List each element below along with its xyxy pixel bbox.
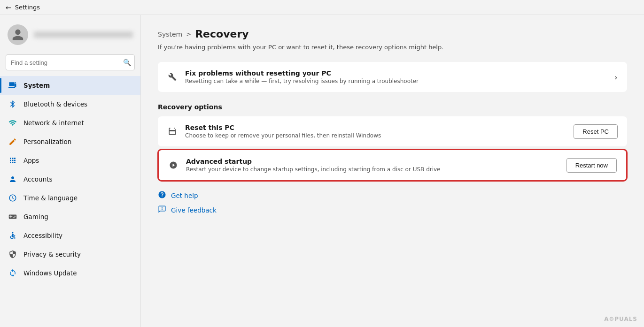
bluetooth-icon — [8, 99, 18, 109]
give-feedback-icon — [158, 205, 166, 215]
advanced-startup-icon — [168, 160, 178, 170]
search-input[interactable] — [6, 54, 135, 70]
user-section — [0, 20, 140, 53]
reset-pc-desc: Choose to keep or remove your personal f… — [185, 132, 566, 139]
sidebar-item-windowsupdate[interactable]: Windows Update — [0, 264, 140, 282]
windowsupdate-icon — [8, 268, 18, 278]
fix-problems-card[interactable]: Fix problems without resetting your PC R… — [158, 62, 627, 92]
get-help-icon — [158, 190, 166, 200]
sidebar-item-accessibility-label: Accessibility — [23, 232, 62, 239]
personalization-icon — [8, 137, 18, 147]
back-button[interactable]: ← — [6, 4, 11, 11]
reset-pc-card: Reset this PC Choose to keep or remove y… — [158, 116, 627, 146]
titlebar-title: Settings — [15, 4, 40, 11]
sidebar-item-personalization-label: Personalization — [23, 138, 71, 145]
sidebar-item-personalization[interactable]: Personalization — [0, 132, 140, 151]
search-icon: 🔍 — [123, 59, 131, 66]
system-icon — [8, 80, 18, 91]
sidebar-item-time-label: Time & language — [23, 194, 78, 202]
apps-icon — [8, 155, 18, 166]
sidebar-item-accessibility[interactable]: Accessibility — [0, 226, 140, 245]
breadcrumb-recovery: Recovery — [195, 28, 248, 40]
get-help-label: Get help — [171, 192, 198, 199]
sidebar-item-network[interactable]: Network & internet — [0, 114, 140, 132]
reset-pc-button[interactable]: Reset PC — [574, 124, 618, 139]
restart-now-button[interactable]: Restart now — [566, 158, 617, 173]
fix-card-title: Fix problems without resetting your PC — [185, 69, 607, 77]
sidebar-item-gaming-label: Gaming — [23, 213, 48, 221]
sidebar-item-privacy[interactable]: Privacy & security — [0, 245, 140, 264]
sidebar-item-time[interactable]: Time & language — [0, 189, 140, 207]
sidebar-item-bluetooth-label: Bluetooth & devices — [23, 100, 87, 108]
time-icon — [8, 193, 18, 203]
sidebar-item-bluetooth[interactable]: Bluetooth & devices — [0, 95, 140, 114]
privacy-icon — [8, 249, 18, 259]
sidebar-item-accounts-label: Accounts — [23, 175, 53, 183]
advanced-startup-desc: Restart your device to change startup se… — [186, 166, 559, 173]
fix-card-arrow-icon: › — [614, 72, 618, 82]
titlebar: ← Settings — [0, 0, 644, 15]
reset-pc-content: Reset this PC Choose to keep or remove y… — [185, 124, 566, 139]
sidebar-item-gaming[interactable]: Gaming — [0, 207, 140, 226]
breadcrumb-separator: > — [186, 30, 191, 38]
sidebar-item-apps[interactable]: Apps — [0, 151, 140, 170]
reset-pc-title: Reset this PC — [185, 124, 566, 131]
help-section: Get help Give feedback — [158, 190, 627, 215]
accounts-icon — [8, 174, 18, 184]
network-icon — [8, 118, 18, 128]
user-name — [34, 31, 133, 38]
fix-card-desc: Resetting can take a while — first, try … — [185, 78, 607, 84]
advanced-startup-card: Advanced startup Restart your device to … — [158, 149, 627, 181]
get-help-link[interactable]: Get help — [158, 190, 627, 200]
sidebar: 🔍 System Bluetooth & devices Network & i… — [0, 15, 141, 327]
give-feedback-link[interactable]: Give feedback — [158, 205, 627, 215]
search-box: 🔍 — [6, 54, 135, 70]
fix-problems-icon — [167, 72, 178, 82]
main-content: System > Recovery If you're having probl… — [141, 15, 644, 327]
sidebar-item-system[interactable]: System — [0, 76, 140, 95]
advanced-startup-content: Advanced startup Restart your device to … — [186, 158, 559, 173]
fix-card-content: Fix problems without resetting your PC R… — [185, 69, 607, 84]
page-description: If you're having problems with your PC o… — [158, 44, 627, 51]
avatar — [8, 24, 28, 45]
give-feedback-label: Give feedback — [171, 206, 217, 214]
breadcrumb-system: System — [158, 30, 182, 38]
recovery-options-title: Recovery options — [158, 103, 627, 111]
app-body: 🔍 System Bluetooth & devices Network & i… — [0, 15, 644, 327]
sidebar-item-accounts[interactable]: Accounts — [0, 170, 140, 189]
svg-point-2 — [12, 232, 14, 234]
sidebar-item-privacy-label: Privacy & security — [23, 251, 81, 258]
svg-rect-1 — [15, 82, 16, 83]
reset-pc-icon — [167, 126, 178, 137]
breadcrumb: System > Recovery — [158, 28, 627, 40]
advanced-startup-title: Advanced startup — [186, 158, 559, 165]
svg-rect-0 — [9, 82, 15, 86]
sidebar-item-windowsupdate-label: Windows Update — [23, 269, 77, 277]
sidebar-item-network-label: Network & internet — [23, 119, 84, 127]
sidebar-item-apps-label: Apps — [23, 157, 39, 164]
gaming-icon — [8, 212, 18, 222]
sidebar-item-system-label: System — [23, 82, 50, 89]
accessibility-icon — [8, 230, 18, 241]
